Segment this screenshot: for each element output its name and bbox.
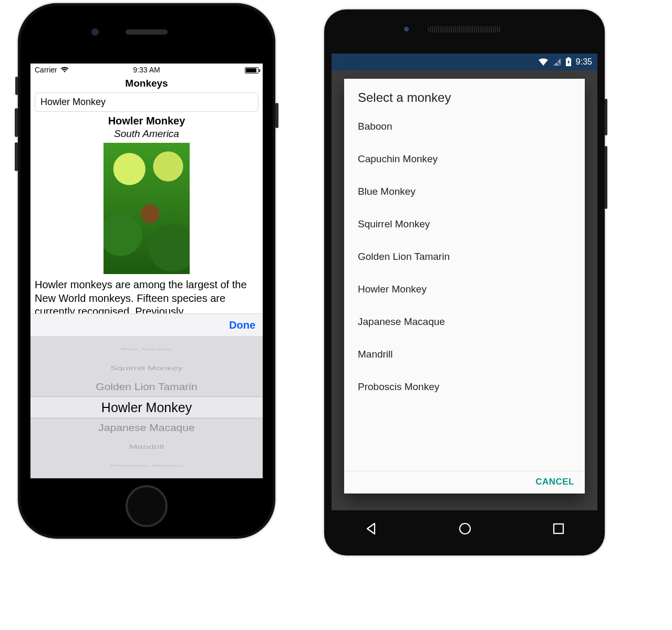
select-monkey-dialog: Select a monkey Baboon Capuchin Monkey B…	[344, 79, 585, 494]
carrier-label: Carrier	[35, 66, 57, 74]
ios-status-bar: Carrier 9:33 AM	[30, 64, 263, 76]
monkey-picker-field[interactable]: Howler Monkey	[35, 92, 259, 112]
android-device-frame: 9:35 Select a monkey Baboon Capuchin Mon…	[324, 9, 605, 555]
svg-rect-4	[554, 524, 563, 533]
no-sim-icon	[553, 58, 561, 66]
picker-item[interactable]: Golden Lion Tamarin	[96, 379, 197, 395]
android-speaker	[428, 26, 501, 33]
page-title: Monkeys	[30, 76, 263, 92]
iphone-volume-down	[15, 142, 18, 171]
dialog-title: Select a monkey	[344, 79, 585, 110]
monkey-list[interactable]: Baboon Capuchin Monkey Blue Monkey Squir…	[344, 110, 585, 471]
selected-monkey-name: Howler Monkey	[35, 115, 259, 127]
selected-monkey-region: South America	[35, 128, 259, 140]
picker-item[interactable]: Proboscis Monkey	[110, 463, 183, 469]
battery-icon	[245, 67, 259, 74]
picker-item[interactable]: Mandrill	[129, 441, 164, 453]
svg-rect-2	[567, 57, 570, 58]
cancel-button[interactable]: CANCEL	[535, 477, 574, 487]
list-item[interactable]: Blue Monkey	[344, 175, 585, 208]
iphone-volume-up	[15, 108, 18, 137]
iphone-home-button[interactable]	[126, 485, 168, 527]
svg-point-3	[460, 523, 470, 534]
android-volume-rocker	[605, 146, 607, 209]
back-button[interactable]	[364, 522, 378, 536]
monkey-description: Howler monkeys are among the largest of …	[35, 278, 259, 319]
iphone-power-button	[275, 103, 278, 128]
status-time: 9:33 AM	[109, 66, 184, 74]
battery-charging-icon	[565, 57, 572, 67]
list-item[interactable]: Mandrill	[344, 338, 585, 371]
android-top-bezel	[324, 9, 605, 54]
iphone-device-frame: Carrier 9:33 AM Monkeys Howler Monkey Ho…	[18, 3, 275, 539]
picker-item[interactable]: Japanese Macaque	[98, 420, 194, 436]
list-item[interactable]: Proboscis Monkey	[344, 371, 585, 403]
android-front-camera	[402, 25, 410, 33]
picker-item[interactable]: Squirrel Monkey	[110, 362, 182, 374]
android-nav-bar	[324, 510, 605, 547]
list-item[interactable]: Squirrel Monkey	[344, 208, 585, 240]
iphone-front-camera	[91, 28, 99, 36]
status-time: 9:35	[576, 57, 592, 67]
list-item[interactable]: Capuchin Monkey	[344, 143, 585, 175]
iphone-mute-switch	[15, 77, 18, 95]
wifi-icon	[60, 67, 69, 73]
picker-accessory-bar: Done	[30, 313, 263, 337]
list-item[interactable]: Howler Monkey	[344, 273, 585, 306]
iphone-screen: Carrier 9:33 AM Monkeys Howler Monkey Ho…	[30, 64, 263, 478]
recent-apps-button[interactable]	[552, 522, 565, 535]
picker-item[interactable]: Blue Monkey	[121, 346, 172, 353]
android-status-bar: 9:35	[332, 54, 597, 70]
wifi-icon	[538, 58, 549, 66]
dialog-actions: CANCEL	[344, 471, 585, 494]
android-screen: 9:35 Select a monkey Baboon Capuchin Mon…	[332, 54, 597, 510]
ios-picker-wheel[interactable]: Capuchin Monkey Blue Monkey Squirrel Mon…	[30, 337, 263, 478]
iphone-speaker	[126, 29, 168, 35]
picker-item-selected[interactable]: Howler Monkey	[101, 396, 192, 418]
android-power-button	[605, 99, 607, 135]
monkey-image	[104, 143, 190, 274]
list-item[interactable]: Japanese Macaque	[344, 306, 585, 338]
list-item[interactable]: Golden Lion Tamarin	[344, 240, 585, 273]
done-button[interactable]: Done	[229, 319, 255, 331]
android-dialog-scrim[interactable]: Select a monkey Baboon Capuchin Monkey B…	[332, 70, 597, 510]
list-item[interactable]: Baboon	[344, 110, 585, 143]
home-button[interactable]	[458, 522, 472, 536]
